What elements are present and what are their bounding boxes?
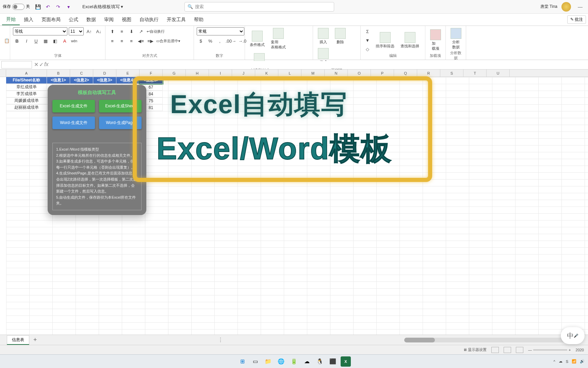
add-sheet-button[interactable]: +: [33, 336, 37, 343]
phonetic-button[interactable]: wén: [70, 37, 78, 45]
paste-icon[interactable]: 📋: [3, 37, 11, 45]
ime-indicator[interactable]: 中 🎤: [561, 327, 585, 344]
col-header[interactable]: K: [255, 70, 278, 77]
table-format-button[interactable]: 套用 表格格式: [269, 27, 288, 50]
percent-icon[interactable]: %: [206, 37, 214, 45]
data-cell[interactable]: 周媛媛成绩单: [6, 97, 47, 104]
increase-font-icon[interactable]: A↑: [85, 27, 93, 35]
view-layout-icon[interactable]: [504, 347, 511, 353]
col-header[interactable]: R: [417, 70, 440, 77]
data-cell[interactable]: 赵丽丽成绩单: [6, 104, 47, 111]
data-cell[interactable]: 章红成绩单: [6, 84, 47, 91]
user-name[interactable]: 唐棠 Tina: [540, 4, 557, 10]
font-size-select[interactable]: 11: [69, 27, 84, 35]
col-header[interactable]: O: [348, 70, 371, 77]
start-icon[interactable]: ⊞: [237, 356, 247, 367]
align-right-icon[interactable]: ≡: [127, 37, 135, 45]
tab-insert[interactable]: 插入: [20, 15, 37, 25]
bold-button[interactable]: B: [13, 37, 21, 45]
qq-icon[interactable]: 🐧: [315, 356, 325, 367]
redo-icon[interactable]: ↷: [54, 3, 62, 11]
align-mid-icon[interactable]: ≡: [118, 27, 126, 35]
col-header[interactable]: E: [116, 70, 140, 77]
wrap-text-button[interactable]: ↩ 自动换行: [146, 27, 165, 35]
align-center-icon[interactable]: ≡: [118, 37, 126, 45]
tab-data[interactable]: 数据: [82, 15, 100, 25]
grid-area[interactable]: ABCDEFGHIJKLMNOPQRSTU File/Sheet名称<信息1><…: [0, 70, 588, 335]
avatar[interactable]: [561, 2, 571, 12]
sort-filter-button[interactable]: 排序和筛选: [374, 31, 396, 49]
analyze-button[interactable]: 分析 数据: [448, 27, 463, 50]
header-cell[interactable]: <信息1>: [47, 77, 70, 84]
col-header[interactable]: T: [463, 70, 487, 77]
header-cell[interactable]: <信息5>: [140, 77, 163, 84]
delete-cells-button[interactable]: 删除: [333, 27, 348, 45]
tab-formulas[interactable]: 公式: [65, 15, 82, 25]
tab-home[interactable]: 开始: [2, 14, 20, 25]
currency-icon[interactable]: $: [197, 37, 205, 45]
autosave-toggle[interactable]: [12, 4, 24, 10]
tray-chevron-icon[interactable]: ^: [553, 359, 555, 364]
align-left-icon[interactable]: ≡: [108, 37, 116, 45]
col-header[interactable]: L: [278, 70, 301, 77]
number-format-select[interactable]: 常规: [197, 27, 244, 35]
addins-button[interactable]: 加 载项: [428, 29, 443, 52]
col-header[interactable]: P: [371, 70, 394, 77]
col-header[interactable]: Q: [394, 70, 417, 77]
file-name[interactable]: Excel表格模板填写 ▾: [82, 4, 123, 10]
col-header[interactable]: A: [6, 70, 47, 77]
border-button[interactable]: ▦: [42, 37, 50, 45]
tray-ime-icon[interactable]: S: [566, 359, 568, 364]
indent-dec-icon[interactable]: ◀≡: [137, 37, 145, 45]
col-header[interactable]: S: [440, 70, 463, 77]
header-cell[interactable]: <信息4>: [116, 77, 140, 84]
decrease-font-icon[interactable]: A↓: [95, 27, 103, 35]
orientation-icon[interactable]: ↗: [137, 27, 145, 35]
find-select-button[interactable]: 查找和选择: [398, 31, 421, 49]
col-header[interactable]: J: [232, 70, 255, 77]
search-box[interactable]: 🔍 搜索: [184, 2, 334, 12]
fill-color-button[interactable]: ◧: [51, 37, 59, 45]
name-box[interactable]: [1, 61, 32, 68]
cancel-formula-icon[interactable]: ✕: [34, 61, 38, 68]
col-header[interactable]: H: [186, 70, 209, 77]
qat-dropdown-icon[interactable]: ▾: [65, 3, 72, 11]
tray-onedrive-icon[interactable]: ☁: [559, 359, 562, 364]
horizontal-scrollbar[interactable]: [404, 338, 581, 342]
taskview-icon[interactable]: ▭: [250, 356, 260, 367]
tray-wifi-icon[interactable]: 📶: [572, 359, 576, 364]
col-header[interactable]: G: [163, 70, 186, 77]
tray-sound-icon[interactable]: 🔊: [580, 359, 585, 364]
header-cell[interactable]: <信息3>: [93, 77, 116, 84]
col-header[interactable]: N: [325, 70, 348, 77]
battery-icon[interactable]: 🔋: [289, 356, 299, 367]
header-cell[interactable]: <信息2>: [70, 77, 93, 84]
comments-button[interactable]: ✎ 批注: [567, 15, 586, 24]
tab-automate[interactable]: 自动执行: [135, 15, 163, 25]
col-header[interactable]: D: [93, 70, 116, 77]
tab-review[interactable]: 审阅: [100, 15, 118, 25]
fx-icon[interactable]: fx: [44, 61, 48, 68]
view-normal-icon[interactable]: [491, 347, 499, 353]
edge-icon[interactable]: 🌐: [276, 356, 286, 367]
explorer-icon[interactable]: 📁: [263, 356, 273, 367]
view-break-icon[interactable]: [516, 347, 523, 353]
font-color-button[interactable]: A: [61, 37, 69, 45]
zoom-control[interactable]: — +: [528, 348, 571, 352]
comma-icon[interactable]: ,: [216, 37, 224, 45]
sheet-tab-active[interactable]: 信息表: [7, 335, 29, 345]
tab-help[interactable]: 帮助: [190, 15, 208, 25]
col-header[interactable]: C: [70, 70, 93, 77]
template-tool-panel[interactable]: 模板自动填写工具 Excel-生成文件 Excel-生成Sheet Word-生…: [48, 85, 146, 215]
excel-gen-file-button[interactable]: Excel-生成文件: [52, 100, 95, 112]
cond-format-button[interactable]: 条件格式: [248, 30, 267, 48]
tab-view[interactable]: 视图: [118, 15, 135, 25]
insert-cells-button[interactable]: 插入: [316, 27, 331, 45]
undo-icon[interactable]: ↶: [44, 3, 52, 11]
minimize-icon[interactable]: —: [575, 4, 585, 10]
col-header[interactable]: I: [209, 70, 232, 77]
merge-button[interactable]: ▭ 合并后居中 ▾: [156, 37, 181, 45]
italic-button[interactable]: I: [22, 37, 31, 45]
fill-icon[interactable]: ▼: [363, 36, 372, 44]
save-icon[interactable]: 💾: [34, 3, 42, 11]
